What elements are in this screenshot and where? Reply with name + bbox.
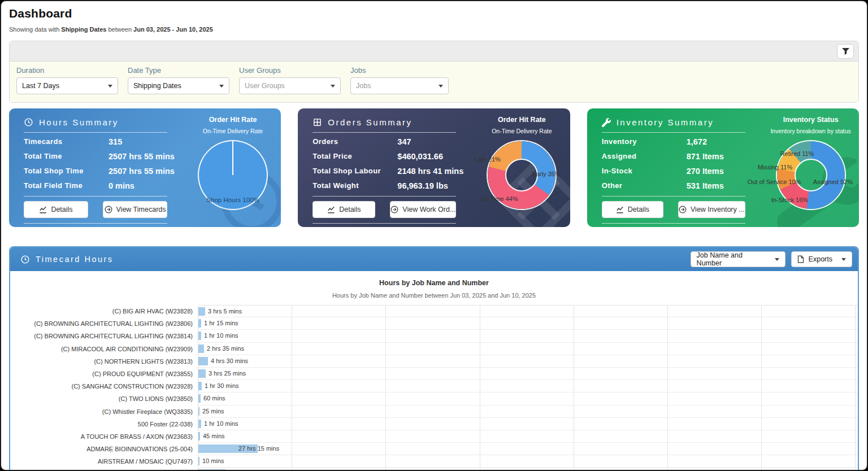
hours-chart-area: Order Hit Rate On-Time Delivery Rate Sho… [176,108,281,227]
hours-bar[interactable] [198,344,204,353]
bar-plot-cell: 1 hr 10 mins [198,418,858,430]
orders-details-button[interactable]: Details [313,201,375,218]
bar-row-label: AIRSTREAM / MOSAIC (QU7497) [10,455,198,468]
hours-bar[interactable] [198,357,208,365]
bar-value-label: 4 hrs 30 mins [211,355,248,367]
bar-chart-row: (C) BROWNING ARCHITECTURAL LIGHTING (W23… [10,330,858,342]
hours-summary-left: Hours Summary Timecards315 Total Time250… [9,108,176,227]
view-inventory-button[interactable]: View Inventory ... [678,201,745,218]
hours-bar[interactable] [198,420,201,428]
view-timecards-label: View Timecards [116,206,166,213]
donut-label-early: Early 35% [532,171,560,177]
pie-label-shop-hours: Shop Hours 100% [199,197,267,203]
bar-row-label: (C) BROWNING ARCHITECTURAL LIGHTING (W23… [10,330,198,342]
donut-label-missing: Missing 11% [758,164,793,171]
orders-summary-left: Orders Summary Orders347 Total Price$460… [298,108,465,227]
orders-details-label: Details [339,206,361,213]
hours-bar[interactable] [198,394,201,403]
filter-toggle-button[interactable] [837,44,854,59]
bar-row-label: (C) BIG AIR HVAC (W23828) [10,305,198,317]
bar-plot-cell: 3 hrs 25 mins [198,368,858,380]
stat-value: 2507 hrs 55 mins [108,167,175,176]
hours-details-button[interactable]: Details [24,201,88,218]
bar-chart-row: (C) BROWNING ARCHITECTURAL LIGHTING (W23… [10,317,858,330]
hours-bar[interactable] [198,407,199,416]
hours-bar[interactable] [198,382,202,390]
view-work-orders-button[interactable]: View Work Ord... [390,201,456,218]
hours-bar[interactable] [198,332,201,340]
arrow-circle-icon [390,206,398,213]
bar-value-label: 1 hr 30 mins [205,380,239,392]
stat-row: Timecards315 [24,137,176,146]
bar-chart-row: (C) BIG AIR HVAC (W23828)3 hrs 5 mins [10,305,858,317]
view-work-orders-label: View Work Ord... [402,206,455,213]
hours-bar[interactable] [198,369,206,378]
timecard-hours-card: Timecard Hours Job Name and Number Expor… [9,246,859,471]
group-by-select[interactable]: Job Name and Number [691,251,785,267]
donut-label-assigned: Assigned 52% [813,178,853,185]
stat-label: In-Stock [602,167,687,176]
bar-chart-row: 500 Foster (22-038)1 hr 10 mins [10,418,858,430]
bar-row-label: AIRSTREAM / MOSIAC (QU7497) [10,468,198,471]
bar-chart-row: AIRSTREAM / MOSIAC (QU7497)12 hrs 25 min… [10,468,858,471]
hours-bar[interactable] [198,307,205,316]
funnel-icon [842,48,849,55]
hours-bar[interactable] [198,319,201,328]
bar-chart-row: (C) MIRACOOL AIR CONDITIONING (W23909)2 … [10,343,858,355]
bar-plot-cell: 25 mins [198,405,858,418]
duration-label: Duration [16,66,118,75]
stat-row: Total Time2507 hrs 55 mins [24,152,176,161]
bar-chart-row: (C) Whistler Fireplace (WQ3835)25 mins [10,405,858,418]
hours-bar[interactable] [198,457,199,465]
bar-plot-cell: 10 mins [198,455,858,468]
bar-row-label: (C) SANGHAZ CONSTRUCTION (W23928) [10,380,198,393]
stat-row: Total Field Time0 mins [24,181,176,190]
filter-toolbar [10,41,858,62]
user-groups-select[interactable]: User Groups [239,77,341,94]
subtitle-prefix: Showing data with [9,26,61,33]
duration-select[interactable]: Last 7 Days [16,77,118,94]
bar-plot-cell: 27 hrs 15 mins [198,443,858,455]
donut-label-retired: Retired 11% [780,150,814,157]
arrow-circle-icon [105,206,112,213]
timecard-hours-title: Timecard Hours [20,255,691,264]
group-by-value: Job Name and Number [697,251,766,267]
chevron-down-icon [108,85,112,88]
stat-label: Inventory [602,137,687,146]
inventory-details-button[interactable]: Details [602,201,663,218]
orders-summary-title: Orders Summary [313,117,465,127]
stat-value: 871 Items [687,152,724,161]
donut-label-in-stock: In-Stock 16% [771,197,808,203]
view-timecards-button[interactable]: View Timecards [103,201,167,218]
bar-row-label: (C) MIRACOOL AIR CONDITIONING (W23909) [10,343,198,355]
chevron-down-icon [331,85,335,88]
stat-label: Total Time [24,152,108,161]
subtitle-date-range: Jun 03, 2025 - Jun 10, 2025 [133,26,213,33]
stat-row: Orders347 [313,137,465,146]
bar-plot-cell: 1 hr 30 mins [198,380,858,393]
date-type-select[interactable]: Shipping Dates [128,77,229,94]
inventory-summary-title-text: Inventory Summary [617,117,714,127]
stat-label: Timecards [24,137,108,146]
hours-bar[interactable] [198,432,200,441]
page-title: Dashboard [9,7,859,20]
bar-value-label: 12 hrs 25 mins [206,468,247,471]
bar-row-label: (C) NORTHERN LIGHTS (W23813) [10,355,198,368]
stat-label: Assigned [602,152,687,161]
filter-card: Duration Last 7 Days Date Type Shipping … [9,41,859,103]
inventory-chart-area: Inventory Status Inventory breakdown by … [754,108,859,227]
stat-value: 0 mins [108,181,134,190]
bar-row-label: (C) TWO LIONS (W23850) [10,393,198,405]
summary-cards-row: Hours Summary Timecards315 Total Time250… [9,108,859,227]
clock-icon [20,255,30,264]
stat-value: 96,963.19 lbs [397,181,448,190]
exports-select[interactable]: Exports [791,251,852,267]
bar-chart-row: A TOUCH OF BRASS / AXON (W23683)45 mins [10,430,858,443]
inventory-chart-subtitle: Inventory breakdown by status [770,128,850,134]
inventory-summary-title: Inventory Summary [602,117,754,127]
user-groups-placeholder: User Groups [245,82,285,90]
duration-value: Last 7 Days [22,82,59,90]
jobs-select[interactable]: Jobs [350,77,449,94]
stat-value: 270 Items [687,167,724,176]
hours-chart-title: Order Hit Rate [209,116,257,124]
